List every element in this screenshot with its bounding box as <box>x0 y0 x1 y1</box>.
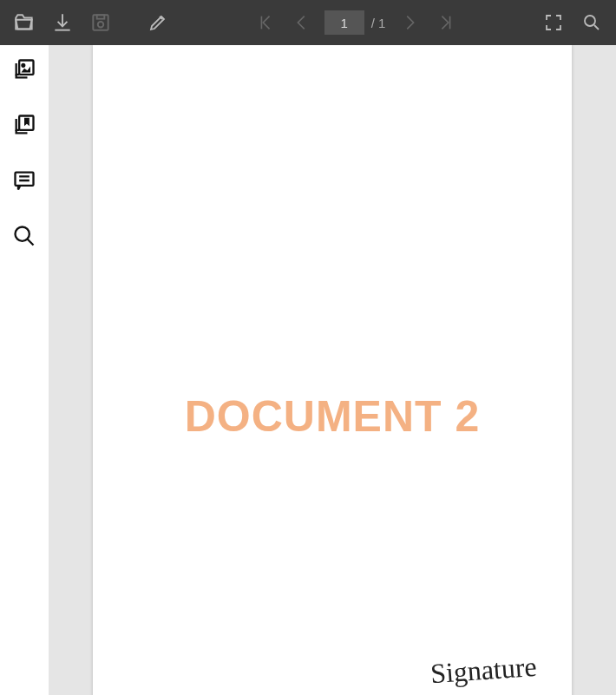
main-area: DOCUMENT 2 Signature <box>0 45 616 695</box>
edit-button[interactable] <box>141 5 175 40</box>
left-sidebar <box>0 45 49 695</box>
svg-rect-7 <box>16 173 34 186</box>
bookmarks-button[interactable] <box>9 109 40 141</box>
prev-page-button <box>285 5 319 40</box>
floppy-disk-icon <box>89 11 112 34</box>
page-total-label: / 1 <box>371 16 386 30</box>
chevron-right-icon <box>400 13 419 32</box>
svg-point-3 <box>585 16 595 26</box>
svg-rect-2 <box>97 15 105 18</box>
folder-open-icon <box>13 11 36 34</box>
thumbnails-button[interactable] <box>9 54 40 85</box>
next-page-button <box>392 5 427 40</box>
pencil-icon <box>147 12 168 33</box>
save-button <box>83 5 118 40</box>
svg-point-5 <box>22 64 24 67</box>
svg-point-8 <box>16 227 29 241</box>
document-viewport[interactable]: DOCUMENT 2 Signature <box>49 45 616 695</box>
search-button[interactable] <box>574 5 609 40</box>
thumbnails-icon <box>12 57 36 82</box>
fullscreen-button[interactable] <box>536 5 571 40</box>
page-navigation: / 1 <box>248 5 464 40</box>
search-icon <box>12 224 36 248</box>
sidebar-search-button[interactable] <box>9 220 40 252</box>
document-page: DOCUMENT 2 Signature <box>93 45 572 695</box>
last-page-button <box>429 5 463 40</box>
top-toolbar: / 1 <box>0 0 616 45</box>
first-page-icon <box>256 13 275 32</box>
bookmark-stack-icon <box>12 113 36 137</box>
toolbar-right-group <box>536 5 609 40</box>
comment-icon <box>12 168 36 193</box>
download-button[interactable] <box>45 5 80 40</box>
svg-point-1 <box>98 22 104 27</box>
open-file-button[interactable] <box>7 5 42 40</box>
expand-icon <box>543 12 564 33</box>
annotations-button[interactable] <box>9 165 40 196</box>
chevron-left-icon <box>292 13 311 32</box>
download-icon <box>51 11 74 34</box>
signature-text: Signature <box>429 651 538 690</box>
search-icon <box>581 12 602 33</box>
document-title: DOCUMENT 2 <box>93 391 572 442</box>
first-page-button <box>248 5 283 40</box>
last-page-icon <box>436 13 455 32</box>
page-number-input[interactable] <box>324 10 364 35</box>
